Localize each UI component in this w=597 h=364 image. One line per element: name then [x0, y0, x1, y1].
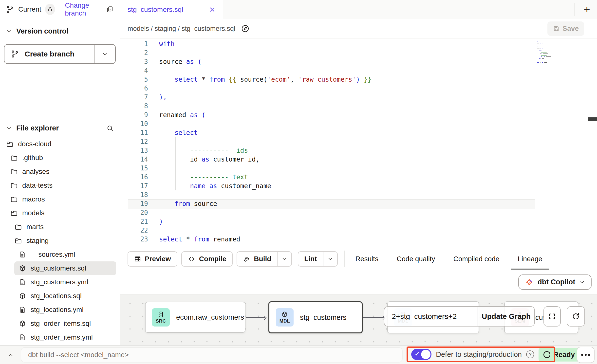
tab-stg-customers-sql[interactable]: stg_customers.sql ✕ [120, 0, 223, 19]
file-item[interactable]: stg_locations.yml [0, 303, 120, 317]
version-control-header[interactable]: Version control [0, 27, 120, 35]
code-line[interactable]: 4 [120, 66, 597, 75]
file-item[interactable]: stg_order_items.sql [0, 317, 120, 330]
code-line[interactable]: 21) [120, 217, 597, 226]
preview-button[interactable]: Preview [128, 251, 177, 267]
code-line[interactable]: 7), [120, 93, 597, 102]
change-branch-link[interactable]: Change branch [65, 1, 106, 17]
dbt-copilot-button[interactable]: dbt Copilot [518, 274, 592, 290]
update-graph-button[interactable]: Update Graph [478, 307, 534, 326]
code-line[interactable]: 17 name as customer_name [120, 182, 597, 190]
code-line[interactable]: 13 ---------- ids [120, 146, 597, 155]
scrollbar-mark[interactable] [588, 117, 597, 121]
file-item[interactable]: stg_customers.yml [0, 275, 120, 289]
lineage-canvas[interactable]: SRC ecom.raw_customers MDL stg_customers [120, 294, 597, 346]
file-item[interactable]: stg_order_items.yml [0, 330, 120, 344]
lineage-node-source[interactable]: SRC ecom.raw_customers [145, 302, 245, 333]
file-item[interactable]: models [0, 206, 120, 220]
build-dropdown[interactable] [278, 252, 291, 266]
lint-button[interactable]: Lint [298, 251, 337, 267]
code-line[interactable]: 16 ---------- text [120, 173, 597, 182]
file-item[interactable]: analyses [0, 165, 120, 179]
file-explorer-title: File explorer [16, 124, 59, 132]
file-item[interactable]: staging [0, 234, 120, 248]
code-line[interactable]: 10 [120, 119, 597, 128]
line-number: 19 [120, 199, 148, 208]
file-item-label: analyses [22, 168, 50, 176]
code-line[interactable]: 2 [120, 48, 597, 57]
code-line[interactable]: 23select * from renamed [120, 235, 597, 244]
defer-toggle[interactable]: ✓ [411, 349, 431, 360]
code-line[interactable]: 19 from source [120, 199, 597, 208]
file-icon [19, 251, 26, 258]
copy-icon[interactable] [106, 5, 114, 13]
refresh-button[interactable] [567, 306, 585, 327]
compass-icon[interactable] [241, 24, 250, 33]
breadcrumb: models / staging / stg_customers.sql [128, 25, 235, 33]
code-text: with [159, 39, 175, 48]
lineage-node-stg-customers[interactable]: MDL stg_customers [268, 301, 363, 333]
compile-button[interactable]: Compile [181, 251, 233, 267]
save-button[interactable]: Save [547, 21, 584, 36]
code-text: from source [159, 199, 217, 208]
save-icon [553, 25, 560, 32]
code-text: ---------- text [159, 173, 248, 182]
code-line[interactable]: 9renamed as ( [120, 110, 597, 119]
tab-compiled-code[interactable]: Compiled code [453, 248, 500, 270]
code-editor[interactable]: 1with23source as (45 select * from {{ so… [120, 38, 597, 248]
chevron-up-icon[interactable] [7, 346, 14, 364]
create-branch-main[interactable]: Create branch [4, 45, 94, 63]
code-line[interactable]: 5 select * from {{ source('ecom', 'raw_c… [120, 75, 597, 84]
file-item[interactable]: stg_customers.sql [14, 261, 116, 275]
build-button[interactable]: Build [237, 251, 292, 267]
file-explorer-header[interactable]: File explorer [0, 118, 120, 137]
line-number: 2 [120, 48, 148, 57]
code-line[interactable]: 20 [120, 208, 597, 217]
folder-icon [15, 223, 22, 231]
create-branch-dropdown[interactable] [94, 45, 115, 63]
code-line[interactable]: 22 [120, 226, 597, 235]
file-item-label: stg_locations.sql [31, 292, 82, 300]
code-line[interactable]: 6 [120, 84, 597, 93]
tab-lineage[interactable]: Lineage [518, 248, 542, 270]
code-line[interactable]: 11 select [120, 128, 597, 137]
help-icon[interactable]: ? [526, 350, 534, 358]
chevron-down-icon [327, 256, 334, 262]
tab-results[interactable]: Results [355, 248, 378, 270]
command-input[interactable]: dbt build --select <model_name> [21, 347, 403, 363]
fullscreen-button[interactable] [543, 306, 561, 327]
compile-label: Compile [199, 255, 226, 263]
file-item[interactable]: .github [0, 151, 120, 165]
graph-selector-input[interactable]: 2+stg_customers+2 [384, 307, 478, 326]
model-icon [19, 320, 26, 327]
close-icon[interactable]: ✕ [209, 5, 215, 14]
code-line[interactable]: 15 [120, 164, 597, 173]
code-line[interactable]: 8 [120, 102, 597, 110]
file-item[interactable]: docs-cloud [0, 137, 120, 151]
file-icon [19, 278, 26, 286]
code-line[interactable]: 12 [120, 137, 597, 146]
file-item[interactable]: __sources.yml [0, 248, 120, 261]
wrench-icon [243, 255, 250, 263]
file-item[interactable]: macros [0, 192, 120, 206]
folder-open-icon [6, 140, 14, 148]
line-number: 16 [120, 173, 148, 182]
search-icon[interactable] [106, 125, 114, 132]
code-line[interactable]: 14 id as customer_id, [120, 155, 597, 164]
save-label: Save [563, 25, 579, 33]
file-item-label: stg_order_items.yml [31, 333, 93, 341]
file-item[interactable]: marts [0, 220, 120, 234]
file-item[interactable]: data-tests [0, 179, 120, 192]
code-line[interactable]: 1with [120, 39, 597, 48]
lint-dropdown[interactable] [323, 252, 337, 266]
minimap[interactable] [537, 40, 591, 65]
chevron-down-icon [101, 51, 108, 57]
tab-code-quality[interactable]: Code quality [397, 248, 435, 270]
create-branch-button[interactable]: Create branch [4, 44, 116, 64]
file-item[interactable]: stg_locations.sql [0, 289, 120, 303]
new-tab-button[interactable]: + [584, 0, 590, 19]
code-line[interactable]: 18 [120, 190, 597, 199]
more-options-button[interactable] [577, 347, 595, 363]
database-icon [157, 311, 164, 318]
code-line[interactable]: 3source as ( [120, 57, 597, 66]
